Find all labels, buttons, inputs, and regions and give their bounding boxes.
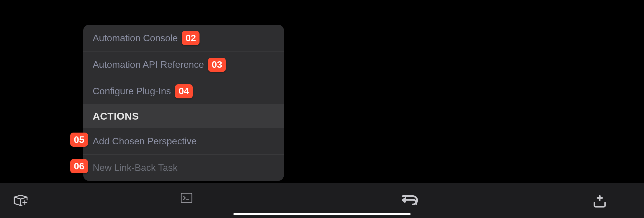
automation-popover: Automation Console 02 Automation API Ref… — [83, 25, 284, 181]
menu-item-label: Configure Plug-Ins — [93, 86, 171, 97]
share-tray-icon — [593, 194, 607, 209]
new-item-button[interactable] — [12, 192, 30, 209]
share-button[interactable] — [591, 194, 608, 209]
automation-console-button[interactable] — [180, 192, 193, 204]
menu-item-label: Automation API Reference — [93, 59, 204, 70]
menu-item-automation-api-reference[interactable]: Automation API Reference 03 — [83, 51, 284, 78]
box-plus-icon — [13, 194, 28, 207]
annotation-badge-06: 06 — [70, 159, 88, 173]
menu-item-new-link-back-task[interactable]: New Link-Back Task — [83, 154, 284, 181]
divider-vertical-right — [623, 0, 623, 183]
menu-item-label: New Link-Back Task — [93, 162, 178, 173]
menu-item-configure-plugins[interactable]: Configure Plug-Ins 04 — [83, 78, 284, 104]
home-indicator[interactable] — [233, 213, 411, 215]
menu-item-automation-console[interactable]: Automation Console 02 — [83, 25, 284, 51]
menu-item-label: Add Chosen Perspective — [93, 136, 197, 147]
annotation-badge-05: 05 — [70, 133, 88, 147]
menu-item-label: Automation Console — [93, 33, 178, 44]
svg-rect-1 — [181, 193, 192, 203]
undo-icon — [400, 193, 419, 207]
menu-section-header-actions: ACTIONS — [83, 104, 284, 128]
terminal-icon — [181, 193, 192, 203]
menu-item-add-chosen-perspective[interactable]: Add Chosen Perspective — [83, 128, 284, 154]
annotation-badge-02: 02 — [182, 31, 200, 45]
annotation-badge-04: 04 — [175, 84, 193, 98]
annotation-badge-03: 03 — [208, 58, 226, 72]
undo-button[interactable] — [400, 193, 419, 208]
bottom-toolbar — [0, 183, 644, 218]
